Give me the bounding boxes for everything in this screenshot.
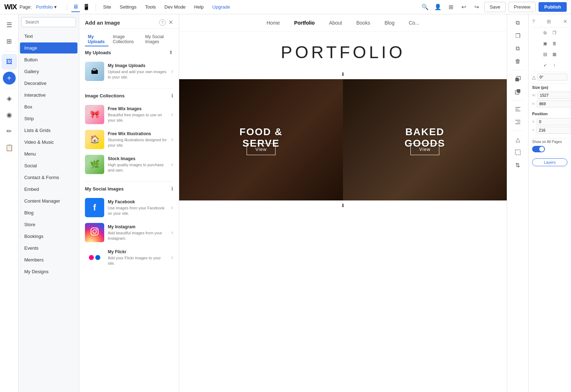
nav-portfolio[interactable]: Portfolio (294, 20, 315, 26)
panel-item-bookings[interactable]: Bookings (20, 231, 77, 242)
panel-item-interactive[interactable]: Interactive (20, 90, 77, 101)
help-question-icon[interactable]: ? (532, 19, 535, 24)
align-left-btn[interactable] (510, 103, 526, 115)
props-align1-btn[interactable]: ▤ (541, 50, 549, 58)
tab-image-collections[interactable]: Image Collections (110, 33, 141, 46)
layer-back-btn[interactable] (510, 73, 526, 85)
rotate-btn[interactable]: △ (510, 134, 526, 145)
y-input[interactable] (536, 127, 571, 134)
props-close-icon[interactable]: ✕ (563, 19, 567, 24)
sidebar-item-wixapps[interactable]: ◈ (1, 91, 17, 106)
save-button[interactable]: Save (484, 2, 506, 12)
nav-books[interactable]: Books (356, 20, 370, 26)
panel-item-gallery[interactable]: Gallery (20, 66, 77, 77)
crop-btn[interactable] (510, 147, 526, 158)
grid-btn[interactable]: ⊞ (446, 2, 456, 12)
props-panel-grid-icon[interactable]: ⊞ (547, 19, 551, 24)
flip-btn[interactable]: ⇅ (510, 159, 526, 171)
panel-item-lists[interactable]: Lists & Grids (20, 125, 77, 136)
close-modal-button[interactable]: ✕ (168, 20, 173, 25)
sidebar-item-image[interactable]: 🖼 (1, 54, 17, 70)
panel-item-box[interactable]: Box (20, 101, 77, 112)
x-input[interactable] (537, 118, 571, 125)
nav-devmode[interactable]: Dev Mode (162, 4, 188, 10)
panel-item-image[interactable]: Image (20, 42, 77, 54)
nav-upgrade[interactable]: Upgrade (209, 4, 233, 10)
mobile-btn[interactable]: 📱 (81, 2, 91, 12)
tab-my-uploads[interactable]: My Uploads (85, 33, 108, 46)
accounts-btn[interactable]: 👤 (433, 2, 443, 12)
panel-item-events[interactable]: Events (20, 243, 77, 254)
props-align2-btn[interactable]: ▦ (551, 50, 559, 58)
add-element-button[interactable]: + (3, 72, 16, 85)
panel-item-members[interactable]: Members (20, 254, 77, 265)
panel-item-decorative[interactable]: Decorative (20, 78, 77, 89)
props-copy1-btn[interactable]: ⧉ (541, 29, 549, 37)
sidebar-item-pen[interactable]: ✏ (1, 123, 17, 139)
copy2-btn[interactable]: ⧉ (510, 43, 526, 54)
search-input[interactable] (21, 17, 76, 27)
nav-tools[interactable]: Tools (142, 4, 158, 10)
angle-input[interactable]: 0° (537, 73, 567, 81)
redo-btn[interactable]: ↪ (471, 2, 481, 12)
layer-front-btn[interactable] (510, 86, 526, 97)
panel-item-blog[interactable]: Blog (20, 207, 77, 218)
nav-about[interactable]: About (329, 20, 342, 26)
align-right-btn[interactable] (510, 116, 526, 128)
free-wix-images-item[interactable]: 🎀 Free Wix Images Beautiful free images … (85, 102, 173, 127)
duplicate-btn[interactable]: ⧉ (510, 17, 526, 29)
panel-item-content-manager[interactable]: Content Manager (20, 195, 77, 207)
props-transform2-btn[interactable]: ↕ (551, 61, 559, 69)
stock-images-item[interactable]: 🌿 Stock Images High quality images to pu… (85, 152, 173, 177)
instagram-item[interactable]: My Instagram Add beautiful images from y… (85, 220, 173, 245)
nav-blog[interactable]: Blog (384, 20, 394, 26)
desktop-btn[interactable]: 🖥 (71, 2, 80, 12)
social-info-icon[interactable]: ℹ (171, 186, 173, 192)
props-copy2-btn[interactable]: ❐ (551, 29, 559, 37)
panel-item-video[interactable]: Video & Music (20, 137, 77, 148)
upload-icon[interactable]: ⬆ (169, 50, 173, 55)
panel-item-menu[interactable]: Menu (20, 148, 77, 159)
search-btn[interactable]: 🔍 (420, 2, 430, 12)
height-input[interactable] (537, 100, 571, 107)
panel-item-text[interactable]: Text (20, 31, 77, 42)
panel-item-mydesigns[interactable]: My Designs (20, 266, 77, 277)
panel-item-social[interactable]: Social (20, 160, 77, 171)
nav-settings[interactable]: Settings (117, 4, 140, 10)
free-wix-illustrations-item[interactable]: 🏠 Free Wix Illustrations Stunning illust… (85, 127, 173, 152)
layers-button[interactable]: Layers (532, 158, 567, 166)
canvas-toolbar-bottom[interactable]: ⬇ (179, 200, 507, 210)
baked-view-button[interactable]: View (410, 143, 440, 155)
portfolio-cell-food[interactable]: FOOD & SERVE View (179, 79, 343, 200)
food-view-button[interactable]: View (247, 143, 276, 155)
page-selector[interactable]: Page: Portfolio ▾ (20, 4, 57, 10)
publish-button[interactable]: Publish (539, 2, 567, 12)
panel-item-strip[interactable]: Strip (20, 113, 77, 124)
props-trash-btn[interactable]: 🗑 (551, 40, 559, 47)
delete-btn[interactable]: 🗑 (510, 56, 526, 67)
copy-btn[interactable]: ❐ (510, 30, 526, 41)
sidebar-item-blog[interactable]: 📋 (1, 140, 17, 156)
my-image-uploads-item[interactable]: 🏔 My Image Uploads Upload and add your o… (85, 59, 173, 84)
props-transform1-btn[interactable]: ↙ (541, 61, 549, 69)
panel-item-embed[interactable]: Embed (20, 184, 77, 195)
panel-item-store[interactable]: Store (20, 219, 77, 230)
help-icon[interactable]: ? (159, 19, 166, 26)
undo-btn[interactable]: ↩ (459, 2, 469, 12)
canvas-toolbar-top[interactable]: ⬇ (179, 69, 507, 79)
nav-home[interactable]: Home (267, 20, 280, 26)
props-layer1-btn[interactable]: ▣ (541, 40, 549, 47)
sidebar-item-sections[interactable]: ⊞ (1, 34, 17, 49)
panel-item-contact[interactable]: Contact & Forms (20, 172, 77, 183)
flickr-item[interactable]: My Flickr Add your Flickr images to your… (85, 245, 173, 270)
show-all-pages-toggle[interactable] (532, 146, 545, 152)
preview-button[interactable]: Preview (509, 2, 536, 12)
tab-my-social-images[interactable]: My Social Images (142, 33, 173, 46)
panel-item-button[interactable]: Button (20, 54, 77, 65)
nav-site[interactable]: Site (100, 4, 114, 10)
nav-more[interactable]: Co... (409, 20, 419, 26)
sidebar-item-media[interactable]: ◉ (1, 107, 17, 123)
width-input[interactable] (537, 92, 571, 99)
nav-help[interactable]: Help (191, 4, 207, 10)
portfolio-cell-baked[interactable]: BAKED GOODS View (343, 79, 507, 200)
